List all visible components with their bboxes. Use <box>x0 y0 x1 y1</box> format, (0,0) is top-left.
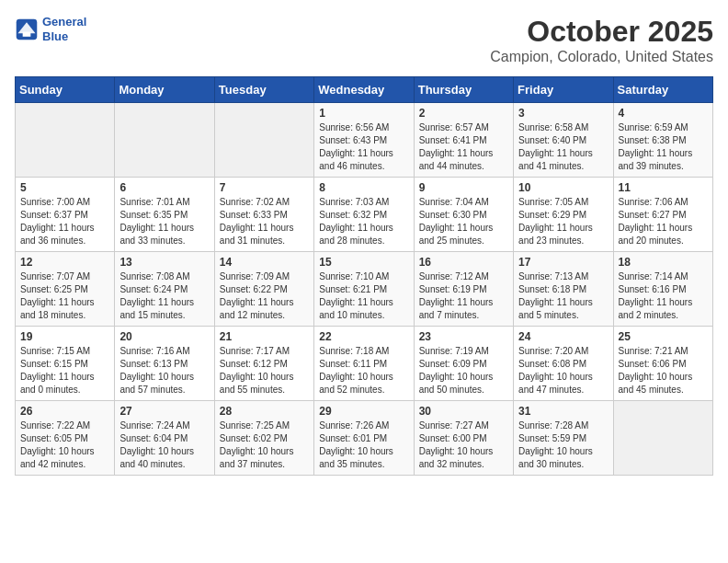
day-info: Sunrise: 7:13 AMSunset: 6:18 PMDaylight:… <box>518 270 608 322</box>
day-number: 1 <box>319 107 408 120</box>
calendar-cell: 19Sunrise: 7:15 AMSunset: 6:15 PMDayligh… <box>16 327 115 401</box>
calendar-week-row: 19Sunrise: 7:15 AMSunset: 6:15 PMDayligh… <box>16 327 713 401</box>
calendar-cell: 4Sunrise: 6:59 AMSunset: 6:38 PMDaylight… <box>613 103 712 178</box>
day-number: 29 <box>319 405 408 418</box>
calendar-cell: 15Sunrise: 7:10 AMSunset: 6:21 PMDayligh… <box>314 252 414 327</box>
calendar-week-row: 5Sunrise: 7:00 AMSunset: 6:37 PMDaylight… <box>16 178 713 252</box>
calendar-title: October 2025 <box>490 15 713 49</box>
day-info: Sunrise: 7:28 AMSunset: 5:59 PMDaylight:… <box>518 419 608 471</box>
logo: General Blue <box>15 15 86 43</box>
day-number: 24 <box>518 330 608 343</box>
day-number: 19 <box>20 330 109 343</box>
calendar-cell: 31Sunrise: 7:28 AMSunset: 5:59 PMDayligh… <box>514 401 613 476</box>
day-number: 28 <box>220 405 309 418</box>
calendar-cell: 22Sunrise: 7:18 AMSunset: 6:11 PMDayligh… <box>314 327 414 401</box>
day-info: Sunrise: 7:20 AMSunset: 6:08 PMDaylight:… <box>518 345 608 396</box>
calendar-cell: 1Sunrise: 6:56 AMSunset: 6:43 PMDaylight… <box>314 103 414 178</box>
calendar-cell: 17Sunrise: 7:13 AMSunset: 6:18 PMDayligh… <box>514 252 613 327</box>
calendar-cell: 29Sunrise: 7:26 AMSunset: 6:01 PMDayligh… <box>314 401 414 476</box>
day-info: Sunrise: 7:19 AMSunset: 6:09 PMDaylight:… <box>419 345 508 396</box>
header: General Blue October 2025 Campion, Color… <box>15 15 713 65</box>
calendar-cell: 9Sunrise: 7:04 AMSunset: 6:30 PMDaylight… <box>414 178 513 252</box>
day-info: Sunrise: 7:10 AMSunset: 6:21 PMDaylight:… <box>319 270 408 322</box>
calendar-table: SundayMondayTuesdayWednesdayThursdayFrid… <box>15 76 713 476</box>
title-area: October 2025 Campion, Colorado, United S… <box>490 15 713 65</box>
day-number: 11 <box>619 181 708 194</box>
column-header-saturday: Saturday <box>613 77 712 103</box>
day-info: Sunrise: 7:24 AMSunset: 6:04 PMDaylight:… <box>119 419 209 471</box>
day-number: 15 <box>319 256 408 269</box>
day-number: 13 <box>119 256 209 269</box>
calendar-cell: 25Sunrise: 7:21 AMSunset: 6:06 PMDayligh… <box>613 327 712 401</box>
day-info: Sunrise: 7:12 AMSunset: 6:19 PMDaylight:… <box>419 270 508 322</box>
day-info: Sunrise: 7:26 AMSunset: 6:01 PMDaylight:… <box>319 419 408 471</box>
day-info: Sunrise: 6:56 AMSunset: 6:43 PMDaylight:… <box>319 121 408 173</box>
day-info: Sunrise: 7:25 AMSunset: 6:02 PMDaylight:… <box>220 419 309 471</box>
day-info: Sunrise: 7:05 AMSunset: 6:29 PMDaylight:… <box>518 196 608 247</box>
column-header-monday: Monday <box>115 77 214 103</box>
calendar-cell: 28Sunrise: 7:25 AMSunset: 6:02 PMDayligh… <box>214 401 313 476</box>
calendar-cell: 5Sunrise: 7:00 AMSunset: 6:37 PMDaylight… <box>16 178 115 252</box>
day-info: Sunrise: 6:59 AMSunset: 6:38 PMDaylight:… <box>619 121 708 173</box>
day-number: 7 <box>220 181 309 194</box>
calendar-cell <box>613 401 712 476</box>
day-number: 26 <box>20 405 109 418</box>
column-header-sunday: Sunday <box>16 77 115 103</box>
calendar-cell: 7Sunrise: 7:02 AMSunset: 6:33 PMDaylight… <box>214 178 313 252</box>
day-info: Sunrise: 7:14 AMSunset: 6:16 PMDaylight:… <box>619 270 708 322</box>
column-header-friday: Friday <box>514 77 613 103</box>
day-number: 9 <box>419 181 508 194</box>
day-number: 31 <box>518 405 608 418</box>
day-info: Sunrise: 7:16 AMSunset: 6:13 PMDaylight:… <box>119 345 209 396</box>
day-info: Sunrise: 7:03 AMSunset: 6:32 PMDaylight:… <box>319 196 408 247</box>
calendar-cell: 30Sunrise: 7:27 AMSunset: 6:00 PMDayligh… <box>414 401 513 476</box>
calendar-cell <box>115 103 214 178</box>
day-info: Sunrise: 7:17 AMSunset: 6:12 PMDaylight:… <box>220 345 309 396</box>
calendar-cell: 21Sunrise: 7:17 AMSunset: 6:12 PMDayligh… <box>214 327 313 401</box>
day-info: Sunrise: 7:15 AMSunset: 6:15 PMDaylight:… <box>20 345 109 396</box>
day-info: Sunrise: 6:58 AMSunset: 6:40 PMDaylight:… <box>518 121 608 173</box>
calendar-cell: 26Sunrise: 7:22 AMSunset: 6:05 PMDayligh… <box>16 401 115 476</box>
calendar-week-row: 12Sunrise: 7:07 AMSunset: 6:25 PMDayligh… <box>16 252 713 327</box>
column-header-tuesday: Tuesday <box>214 77 313 103</box>
logo-text: General Blue <box>42 15 86 43</box>
day-info: Sunrise: 7:22 AMSunset: 6:05 PMDaylight:… <box>20 419 109 471</box>
day-number: 6 <box>119 181 209 194</box>
calendar-cell: 24Sunrise: 7:20 AMSunset: 6:08 PMDayligh… <box>514 327 613 401</box>
day-number: 16 <box>419 256 508 269</box>
day-info: Sunrise: 7:07 AMSunset: 6:25 PMDaylight:… <box>20 270 109 322</box>
calendar-cell: 6Sunrise: 7:01 AMSunset: 6:35 PMDaylight… <box>115 178 214 252</box>
day-info: Sunrise: 6:57 AMSunset: 6:41 PMDaylight:… <box>419 121 508 173</box>
calendar-cell: 2Sunrise: 6:57 AMSunset: 6:41 PMDaylight… <box>414 103 513 178</box>
column-header-thursday: Thursday <box>414 77 513 103</box>
day-number: 18 <box>619 256 708 269</box>
calendar-cell <box>214 103 313 178</box>
day-info: Sunrise: 7:06 AMSunset: 6:27 PMDaylight:… <box>619 196 708 247</box>
day-number: 27 <box>119 405 209 418</box>
calendar-cell: 27Sunrise: 7:24 AMSunset: 6:04 PMDayligh… <box>115 401 214 476</box>
calendar-cell: 20Sunrise: 7:16 AMSunset: 6:13 PMDayligh… <box>115 327 214 401</box>
calendar-cell: 13Sunrise: 7:08 AMSunset: 6:24 PMDayligh… <box>115 252 214 327</box>
day-number: 23 <box>419 330 508 343</box>
day-number: 20 <box>119 330 209 343</box>
calendar-cell: 14Sunrise: 7:09 AMSunset: 6:22 PMDayligh… <box>214 252 313 327</box>
day-number: 17 <box>518 256 608 269</box>
day-info: Sunrise: 7:27 AMSunset: 6:00 PMDaylight:… <box>419 419 508 471</box>
day-number: 22 <box>319 330 408 343</box>
day-number: 2 <box>419 107 508 120</box>
day-info: Sunrise: 7:01 AMSunset: 6:35 PMDaylight:… <box>119 196 209 247</box>
calendar-cell: 3Sunrise: 6:58 AMSunset: 6:40 PMDaylight… <box>514 103 613 178</box>
day-number: 14 <box>220 256 309 269</box>
logo-line1: General <box>42 15 86 29</box>
calendar-week-row: 26Sunrise: 7:22 AMSunset: 6:05 PMDayligh… <box>16 401 713 476</box>
day-number: 3 <box>518 107 608 120</box>
logo-line2: Blue <box>42 29 68 43</box>
day-number: 4 <box>619 107 708 120</box>
day-number: 30 <box>419 405 508 418</box>
day-info: Sunrise: 7:00 AMSunset: 6:37 PMDaylight:… <box>20 196 109 247</box>
day-info: Sunrise: 7:02 AMSunset: 6:33 PMDaylight:… <box>220 196 309 247</box>
calendar-cell: 10Sunrise: 7:05 AMSunset: 6:29 PMDayligh… <box>514 178 613 252</box>
calendar-week-row: 1Sunrise: 6:56 AMSunset: 6:43 PMDaylight… <box>16 103 713 178</box>
day-number: 25 <box>619 330 708 343</box>
calendar-cell: 12Sunrise: 7:07 AMSunset: 6:25 PMDayligh… <box>16 252 115 327</box>
